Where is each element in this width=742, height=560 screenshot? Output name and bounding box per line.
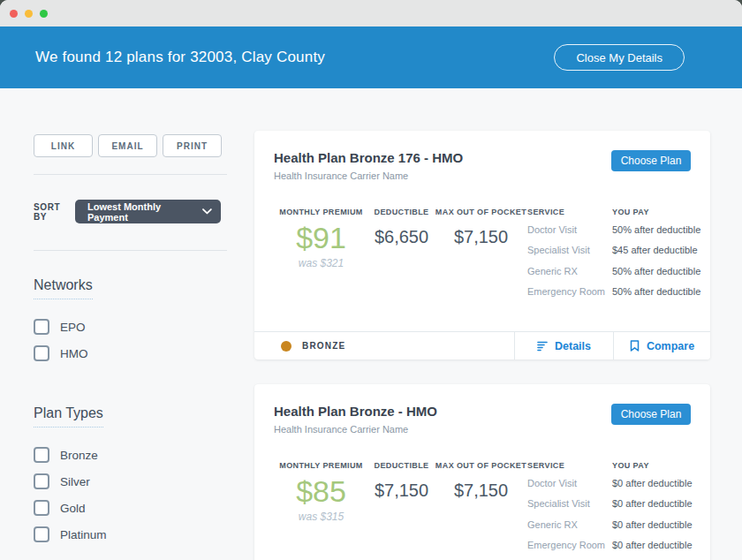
choose-plan-button[interactable]: Choose Plan: [611, 150, 691, 171]
deductible-label: DEDUCTIBLE: [368, 461, 435, 470]
filter-option-silver[interactable]: Silver: [34, 473, 227, 489]
plan-card: Health Plan Bronze 176 - HMO Health Insu…: [254, 131, 710, 359]
bronze-label: Bronze: [60, 449, 98, 462]
details-button[interactable]: Details: [514, 332, 613, 359]
max-out-of-pocket-column: MAX OUT OF POCKET $7,150: [435, 208, 527, 299]
epo-checkbox[interactable]: [34, 319, 49, 335]
minimize-window-icon[interactable]: [25, 10, 33, 18]
window-controls: [10, 10, 48, 18]
plan-results-list: Health Plan Bronze 176 - HMO Health Insu…: [254, 131, 710, 560]
service-column: SERVICE Doctor Visit Specialist Visit Ge…: [527, 208, 612, 299]
email-button[interactable]: EMAIL: [98, 134, 157, 157]
silver-label: Silver: [60, 475, 90, 488]
max-out-of-pocket-label: MAX OUT OF POCKET: [435, 461, 527, 470]
bookmark-icon: [630, 340, 640, 352]
max-out-of-pocket-label: MAX OUT OF POCKET: [435, 208, 527, 216]
service-label: SERVICE: [527, 208, 612, 216]
service-name: Generic RX: [527, 264, 612, 279]
you-pay-column: YOU PAY $0 after deductible $0 after ded…: [612, 461, 710, 553]
plan-name: Health Plan Bronze - HMO: [274, 404, 437, 419]
service-name: Doctor Visit: [527, 476, 612, 491]
silver-checkbox[interactable]: [34, 473, 49, 489]
plan-types-heading: Plan Types: [34, 405, 103, 428]
you-pay-column: YOU PAY 50% after deductible $45 after d…: [612, 208, 710, 299]
you-pay-value: 50% after deductible: [612, 284, 710, 299]
you-pay-value: 50% after deductible: [612, 264, 710, 279]
monthly-premium-value: $85: [274, 475, 368, 508]
service-column: SERVICE Doctor Visit Specialist Visit Ge…: [527, 461, 612, 553]
max-out-of-pocket-value: $7,150: [435, 227, 527, 247]
plan-tier: BRONZE: [254, 332, 514, 359]
filter-option-bronze[interactable]: Bronze: [34, 447, 227, 463]
sidebar-divider: [34, 174, 227, 175]
max-out-of-pocket-column: MAX OUT OF POCKET $7,150: [435, 461, 527, 553]
sort-dropdown[interactable]: Lowest Monthly Payment: [75, 200, 221, 223]
compare-label: Compare: [647, 340, 694, 352]
choose-plan-button[interactable]: Choose Plan: [611, 404, 691, 425]
sort-by-label: SORT BY: [34, 202, 75, 222]
share-buttons: LINK EMAIL PRINT: [34, 134, 227, 157]
close-my-details-button[interactable]: Close My Details: [554, 44, 685, 71]
previous-premium-value: was $321: [274, 257, 368, 269]
hmo-label: HMO: [60, 347, 88, 360]
sidebar-divider: [34, 250, 227, 251]
deductible-value: $7,150: [368, 481, 435, 501]
plan-card-header: Health Plan Bronze - HMO Health Insuranc…: [254, 384, 710, 435]
plan-name: Health Plan Bronze 176 - HMO: [274, 150, 463, 165]
chevron-down-icon: [202, 208, 212, 215]
filter-option-platinum[interactable]: Platinum: [34, 526, 227, 542]
plan-card-footer: BRONZE Details: [254, 331, 710, 359]
service-name: Specialist Visit: [527, 496, 612, 511]
you-pay-label: YOU PAY: [612, 208, 710, 216]
monthly-premium-label: MONTHLY PREMIUM: [274, 208, 368, 216]
platinum-label: Platinum: [60, 528, 107, 541]
print-button[interactable]: PRINT: [163, 134, 222, 157]
details-label: Details: [555, 340, 591, 352]
plan-card: Health Plan Bronze - HMO Health Insuranc…: [254, 384, 710, 560]
plan-identity: Health Plan Bronze 176 - HMO Health Insu…: [274, 150, 463, 181]
zoom-window-icon[interactable]: [40, 10, 48, 18]
filter-option-hmo[interactable]: HMO: [34, 345, 227, 361]
content-area: LINK EMAIL PRINT SORT BY Lowest Monthly …: [0, 88, 742, 560]
you-pay-label: YOU PAY: [612, 461, 710, 470]
plan-card-body: MONTHLY PREMIUM $85 was $315 DEDUCTIBLE …: [254, 435, 710, 560]
deductible-column: DEDUCTIBLE $7,150: [368, 461, 435, 553]
deductible-column: DEDUCTIBLE $6,650: [368, 208, 435, 299]
filter-option-gold[interactable]: Gold: [34, 500, 227, 516]
plan-identity: Health Plan Bronze - HMO Health Insuranc…: [274, 404, 437, 435]
networks-filter-section: Networks EPO HMO: [34, 277, 227, 361]
platinum-checkbox[interactable]: [34, 526, 49, 542]
gold-label: Gold: [60, 502, 86, 515]
plan-types-filter-section: Plan Types Bronze Silver Gold Platinum: [34, 405, 227, 542]
plan-carrier: Health Insurance Carrier Name: [274, 170, 463, 181]
gold-checkbox[interactable]: [34, 500, 49, 516]
hmo-checkbox[interactable]: [34, 345, 49, 361]
details-list-icon: [537, 341, 548, 352]
you-pay-value: $0 after deductible: [612, 476, 710, 491]
networks-heading: Networks: [34, 277, 93, 299]
compare-button[interactable]: Compare: [613, 332, 710, 359]
plan-card-header: Health Plan Bronze 176 - HMO Health Insu…: [254, 131, 710, 181]
results-title: We found 12 plans for 32003, Clay County: [35, 49, 325, 66]
monthly-premium-column: MONTHLY PREMIUM $91 was $321: [274, 208, 368, 299]
link-button[interactable]: LINK: [34, 134, 93, 157]
close-window-icon[interactable]: [10, 10, 18, 18]
monthly-premium-column: MONTHLY PREMIUM $85 was $315: [274, 461, 368, 553]
plan-card-body: MONTHLY PREMIUM $91 was $321 DEDUCTIBLE …: [254, 181, 710, 331]
deductible-label: DEDUCTIBLE: [368, 208, 435, 216]
window-titlebar: [0, 0, 742, 26]
you-pay-value: $0 after deductible: [612, 538, 710, 553]
service-name: Specialist Visit: [527, 243, 612, 258]
service-label: SERVICE: [527, 461, 612, 470]
bronze-checkbox[interactable]: [34, 447, 49, 463]
service-name: Generic RX: [527, 518, 612, 533]
service-name: Emergency Room: [527, 284, 612, 299]
sort-dropdown-value: Lowest Monthly Payment: [87, 201, 202, 223]
deductible-value: $6,650: [368, 227, 435, 247]
you-pay-value: $0 after deductible: [612, 496, 710, 511]
sort-control: SORT BY Lowest Monthly Payment: [34, 200, 227, 223]
you-pay-value: $45 after deductible: [612, 243, 710, 258]
monthly-premium-value: $91: [274, 222, 368, 254]
monthly-premium-label: MONTHLY PREMIUM: [274, 461, 368, 470]
filter-option-epo[interactable]: EPO: [34, 319, 227, 335]
